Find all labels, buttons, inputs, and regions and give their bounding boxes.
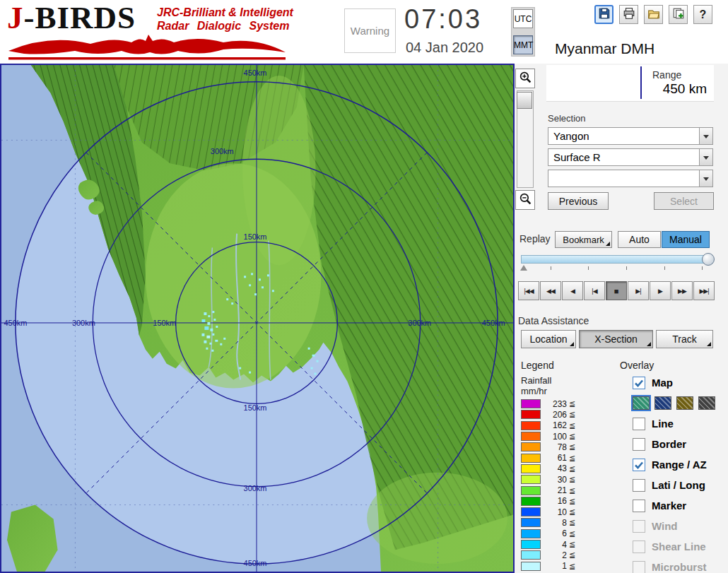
j-birds-app: J-BIRDS JRC-Brilliant & Intelligent Rada… [0,0,728,573]
checkbox[interactable] [633,500,645,512]
legend-unit: Rainfall mm/hr [521,375,551,396]
playback-button-7[interactable]: ▶▶ [671,281,693,300]
logo: J-BIRDS JRC-Brilliant & Intelligent Rada… [7,1,346,62]
legend-lte-sign: ≦ [569,421,575,430]
checkbox[interactable] [633,377,645,389]
legend-color-swatch [521,486,541,495]
overlay-item-border[interactable]: Border [633,434,728,454]
range-section: Range 450 km [546,65,714,102]
map-style-swatch-0[interactable] [633,396,650,410]
playback-button-8[interactable]: ▶▶| [693,281,715,300]
timezone-utc-button[interactable]: UTC [513,9,533,28]
playback-button-3[interactable]: |◀ [584,281,605,300]
playback-button-6[interactable]: ▶ [650,281,671,300]
map-style-swatch-2[interactable] [676,396,693,410]
playback-button-1[interactable]: ◀◀ [540,281,561,300]
header: J-BIRDS JRC-Brilliant & Intelligent Rada… [0,0,728,64]
legend-value: 2 [546,550,567,560]
overlay-item-map[interactable]: Map [633,372,728,393]
x-section-button[interactable]: X-Section [579,330,653,348]
checkbox[interactable] [633,479,645,492]
selection-dropdown-1[interactable]: Surface R [548,148,713,166]
legend-lte-sign: ≦ [569,529,575,538]
checkbox [633,520,645,533]
legend-lte-sign: ≦ [569,464,575,473]
playback-button-5[interactable]: ▶| [628,281,649,300]
legend-color-swatch [521,475,541,484]
legend-row: 8≦ [521,517,575,528]
selection-dropdown-2[interactable] [548,170,713,187]
select-button[interactable]: Select [654,192,714,210]
chevron-down-icon[interactable] [699,128,712,144]
replay-slider-handle[interactable] [702,253,715,266]
manual-button[interactable]: Manual [662,231,710,248]
save-button[interactable] [594,5,613,24]
playback-button-0[interactable]: |◀◀ [518,281,539,300]
data-assistance-buttons: LocationX-SectionTrack [521,330,713,348]
checkbox[interactable] [633,459,645,471]
overlay-item-marker[interactable]: Marker [633,495,728,516]
replay-slider[interactable] [521,255,712,264]
selection-dropdown-0[interactable]: Yangon [548,127,713,145]
map-style-swatch-1[interactable] [654,396,671,410]
overlay-item-range-az[interactable]: Range / AZ [633,454,728,475]
legend-color-swatch [521,454,541,463]
import-page-button[interactable] [669,5,688,24]
overlay-item-label: Lati / Long [652,479,705,491]
legend-row: 162≦ [521,420,575,431]
svg-text:300km: 300km [72,319,95,327]
open-folder-button[interactable] [644,5,663,24]
map-style-swatch-3[interactable] [698,396,715,410]
playback-button-4[interactable]: ■ [606,281,627,300]
chevron-down-icon[interactable] [699,149,712,165]
overlay-item-label: Range / AZ [652,459,707,471]
legend-value: 43 [546,463,567,473]
legend-row: 233≦ [521,398,575,409]
slider-tick [588,266,589,270]
auto-button[interactable]: Auto [618,231,661,248]
radar-map-canvas[interactable]: 450km300km150km150km300km450km450km300km… [1,65,513,572]
svg-text:300km: 300km [244,484,267,492]
dropdown-value [548,170,699,187]
legend-lte-sign: ≦ [569,507,575,516]
chevron-down-icon[interactable] [699,170,712,187]
slider-tick [664,266,665,270]
legend-value: 30 [546,475,567,485]
clock-time: 07:03 [404,4,482,35]
legend-value: 162 [546,420,567,430]
previous-button[interactable]: Previous [548,192,609,210]
legend-color-swatch [521,562,541,571]
legend-value: 61 [546,453,567,463]
slider-tick [626,266,627,270]
overlay-item-lati-long[interactable]: Lati / Long [633,475,728,495]
timezone-mmt-button[interactable]: MMT [513,35,533,54]
legend-value: 21 [546,485,567,495]
playback-controls: |◀◀◀◀◀|◀■▶|▶▶▶▶▶| [518,281,715,300]
help-button[interactable]: ? [693,5,712,24]
slider-start-marker [520,265,527,271]
clock-date: 04 Jan 2020 [406,40,483,56]
legend-lte-sign: ≦ [569,475,575,484]
legend-color-swatch [521,507,541,516]
playback-button-2[interactable]: ◀ [562,281,583,300]
range-label: Range [652,69,681,81]
overlay-item-label: Border [652,438,686,450]
track-button[interactable]: Track [656,330,713,348]
legend-row: 1≦ [521,560,575,571]
overlay-item-line[interactable]: Line [633,413,728,434]
legend-color-swatch [521,399,541,408]
checkbox[interactable] [633,438,645,451]
checkbox[interactable] [633,418,645,430]
bookmark-button[interactable]: Bookmark [555,231,612,248]
legend-row: 16≦ [521,496,575,507]
dropdown-value: Yangon [548,128,699,144]
dropdown-value: Surface R [548,149,699,165]
svg-text:450km: 450km [4,319,27,327]
selection-label: Selection [548,113,585,124]
print-button[interactable] [619,5,638,24]
radar-map[interactable]: 450km300km150km150km300km450km450km300km… [0,64,515,573]
location-button[interactable]: Location [521,330,576,348]
legend-color-swatch [521,432,541,441]
legend-lte-sign: ≦ [569,410,575,419]
legend-lte-sign: ≦ [569,454,575,463]
